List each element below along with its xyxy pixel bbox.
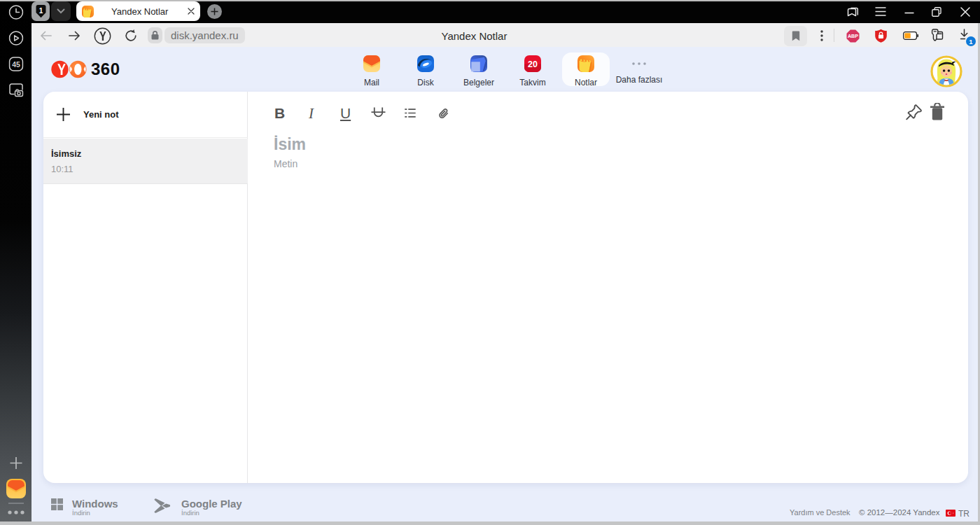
svg-text:1: 1	[38, 7, 43, 15]
svg-text:ABP: ABP	[848, 33, 858, 39]
svg-text:45: 45	[12, 60, 20, 69]
svg-text:20: 20	[528, 59, 538, 69]
